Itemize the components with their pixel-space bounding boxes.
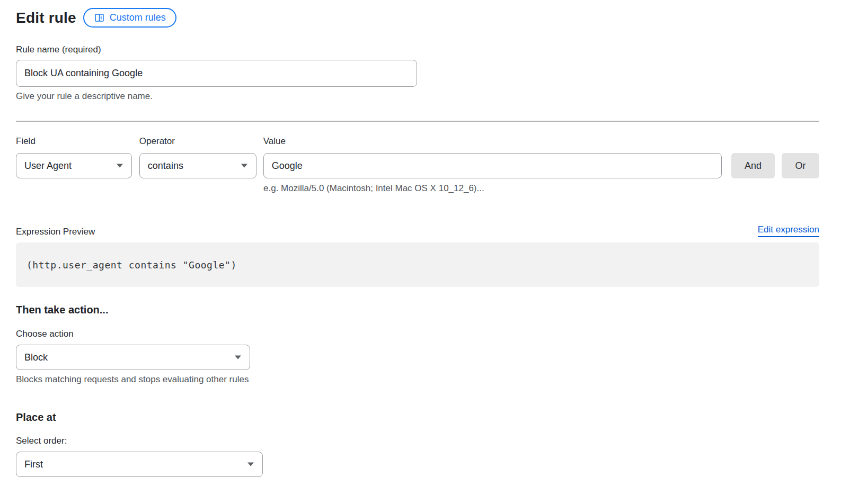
field-select[interactable]: User Agent: [16, 153, 132, 178]
chevron-down-icon: [247, 463, 254, 466]
rule-name-label: Rule name (required): [16, 44, 819, 55]
edit-rule-page: Edit rule Custom rules Rule name (requir…: [0, 0, 841, 504]
chevron-down-icon: [117, 164, 123, 168]
edit-expression-link[interactable]: Edit expression: [758, 224, 819, 237]
field-label: Field: [16, 136, 132, 147]
action-heading: Then take action...: [16, 304, 819, 316]
custom-rules-badge-button[interactable]: Custom rules: [83, 8, 176, 28]
action-select[interactable]: Block: [16, 345, 250, 370]
expression-preview-label: Expression Preview: [16, 227, 95, 237]
condition-row: Field User Agent Operator contains Value…: [16, 136, 819, 178]
choose-action-label: Choose action: [16, 329, 819, 339]
operator-select-value: contains: [148, 160, 183, 172]
book-icon: [94, 12, 105, 23]
rule-name-helper: Give your rule a descriptive name.: [16, 91, 819, 102]
action-select-value: Block: [24, 352, 48, 363]
value-input[interactable]: [263, 153, 722, 178]
value-label: Value: [263, 136, 722, 147]
field-select-value: User Agent: [24, 160, 72, 172]
action-helper: Blocks matching requests and stops evalu…: [16, 374, 819, 385]
custom-rules-badge-label: Custom rules: [110, 12, 166, 23]
order-select-value: First: [24, 459, 43, 470]
or-button[interactable]: Or: [782, 153, 819, 178]
select-order-label: Select order:: [16, 436, 819, 446]
operator-column: Operator contains: [139, 136, 256, 178]
and-button[interactable]: And: [731, 153, 775, 178]
value-column: Value: [263, 136, 722, 178]
expression-code: (http.user_agent contains "Google"): [26, 259, 237, 271]
expression-preview-box: (http.user_agent contains "Google"): [16, 242, 819, 287]
field-column: Field User Agent: [16, 136, 132, 178]
place-at-heading: Place at: [16, 411, 819, 424]
value-helper: e.g. Mozilla/5.0 (Macintosh; Intel Mac O…: [263, 183, 819, 194]
chevron-down-icon: [241, 164, 247, 168]
operator-select[interactable]: contains: [139, 153, 256, 178]
order-select[interactable]: First: [16, 452, 263, 477]
section-divider: [16, 121, 819, 122]
chevron-down-icon: [235, 356, 241, 359]
page-header: Edit rule Custom rules: [16, 8, 819, 28]
expression-header: Expression Preview Edit expression: [16, 224, 819, 237]
rule-name-input[interactable]: [16, 60, 417, 87]
operator-label: Operator: [139, 136, 256, 147]
page-title: Edit rule: [16, 10, 76, 26]
